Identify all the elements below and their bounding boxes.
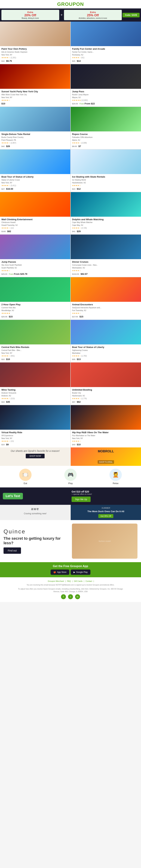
card-body: Ropes Course Palisades Cliffs Adventure … [71, 131, 141, 149]
mobroll-btn[interactable]: SHOP FLORAL [98, 460, 114, 464]
card-subtitle: Climbzone Howell [1, 221, 69, 223]
oprah-shop-btn[interactable]: SHOP NOW [26, 454, 44, 458]
price-row: $25.95 $15 [1, 315, 69, 318]
deal-card-18[interactable]: Virtual Reality Ride VR Experience New Y… [0, 405, 70, 447]
deal-card-15[interactable]: Boat Tour of Statue of Liberty Sightseei… [71, 320, 141, 362]
category-play[interactable]: 🎮 Play [64, 469, 77, 485]
rating-row: ★★★★☆ [72, 184, 140, 187]
footer-link-contact[interactable]: Contact [86, 580, 92, 582]
deal-card-17[interactable]: Unlimited Bowling Bowler City Hackensack… [71, 363, 141, 405]
category-relax[interactable]: 💆 Relax [110, 469, 122, 485]
quince-find-out-btn[interactable]: Find out [3, 548, 21, 554]
deal-card-8[interactable]: Wall Climbing Entertainment Climbzone Ho… [0, 192, 70, 235]
rating-row: ★★★★☆ (1,776) [72, 397, 140, 400]
rating-row: ★★★★☆ (2,807) [1, 142, 69, 144]
rating-row: ★★★★☆ [72, 270, 140, 272]
deal-card-1[interactable]: Family Fun Center and Arcade Family Fun … [71, 22, 141, 64]
banner-item-1[interactable]: Extra 20% Off Beauty, dining & more [1, 10, 59, 20]
price-row: $10 [1, 102, 69, 105]
star-rating: ★★★★☆ [72, 57, 81, 59]
review-count: (691) [10, 355, 15, 357]
price-original: $17.99 [72, 316, 78, 318]
awe-ad[interactable]: awe Craving something new! [0, 505, 70, 520]
mobroll-ad[interactable]: MOBROLL SHOP FLORAL [71, 447, 141, 466]
price-row: $68 $45 [1, 400, 69, 403]
deal-card-12[interactable]: 2 Hour Open Play Cummer Kids dba Woodbri… [0, 277, 70, 319]
twitter-icon[interactable]: t [68, 594, 73, 599]
quince-ad[interactable]: Quince The secret to getting luxury for … [0, 520, 141, 562]
deal-card-3[interactable]: Jump Pass Rockin' Jump Wayne Wayne, NJ ★… [71, 64, 141, 106]
card-title: 2 Hour Open Play [1, 303, 69, 306]
price-original: $25 [72, 60, 75, 62]
deal-card-0[interactable]: Paint Your Own Pottery Arts & Ceramics S… [0, 22, 70, 64]
price-original: $24 [72, 188, 75, 190]
price-sale: $12 [77, 188, 81, 190]
card-image [71, 235, 141, 259]
appstore-button[interactable]: 🍎 App Store [51, 569, 69, 575]
card-image [71, 405, 141, 430]
awe-text: Craving something new! [2, 513, 68, 515]
banner-item-2[interactable]: Extra 25% Off Activities, attractions, e… [64, 10, 122, 20]
deal-card-5[interactable]: Ropes Course Palisades Cliffs Adventure … [71, 107, 141, 149]
momduck-ad[interactable]: SUMMER The Mom Duck Ones Can Do It All G… [71, 505, 141, 520]
header: GROUPON [0, 0, 141, 8]
card-subtitle: SeaQuest Interactive Aquarium and... [72, 307, 140, 309]
card-location: Manhattan [72, 352, 140, 354]
card-image [0, 107, 70, 131]
facebook-icon[interactable]: f [61, 594, 66, 599]
googleplay-button[interactable]: ▶ Google Play [71, 569, 90, 575]
category-eat[interactable]: 🍽️ Eat [19, 469, 31, 485]
footer-link-gift-cards[interactable]: Gift Cards [74, 580, 83, 582]
card-title: Dolphin and Whale Watching [72, 218, 140, 221]
deal-card-2[interactable]: Sunset Yacht Party New York City After-W… [0, 64, 70, 106]
momduck-btn[interactable]: Get 35% Off [98, 514, 113, 518]
apple-icon: 🍎 [53, 571, 56, 574]
footer-link-groupon-merchant[interactable]: Groupon Merchant [48, 580, 64, 582]
footer-link-faq[interactable]: FAQ [67, 580, 71, 582]
star-rating: ★★★★☆ [72, 355, 81, 357]
deal-card-4[interactable]: Single-Deluxe Tube Rental Bucks County R… [0, 107, 70, 149]
category-label: Play [64, 482, 77, 485]
price-original: $41 [72, 230, 75, 232]
rating-row: ★★★★☆ (691) [1, 355, 69, 357]
card-image [71, 150, 141, 174]
card-title: Jump Passes [1, 260, 69, 264]
deal-card-19[interactable]: Hip Hop R&B Vibes On The Water Flux Manh… [71, 405, 141, 447]
card-title: Wine Tasting [1, 389, 69, 392]
card-title: Paint Your Own Pottery [1, 48, 69, 51]
card-location: Wayne, NJ [72, 96, 140, 99]
star-rating: ★★★★☆ [72, 312, 81, 314]
rating-row: ★★★★☆ [1, 99, 69, 101]
deal-card-6[interactable]: Boat Tour of Statue of Liberty Statue of… [0, 150, 70, 192]
review-count: (2,201) [10, 57, 16, 59]
card-body: Animal Encounters SeaQuest Interactive A… [71, 302, 141, 319]
oprah-text: Our sheets are Oprah's favorite for a re… [2, 450, 68, 452]
deal-card-13[interactable]: Animal Encounters SeaQuest Interactive A… [71, 277, 141, 319]
promo-code[interactable]: Code: SAVE [122, 13, 140, 18]
deal-card-11[interactable]: Dinner Cruises Cornucopia Cruise Lines -… [71, 235, 141, 277]
price-original: $19 [1, 443, 5, 446]
deal-card-14[interactable]: Central Park Bike Rentals Central Park B… [0, 320, 70, 362]
price-row: $87 $62 [72, 400, 140, 403]
price-row: $100 $82 [1, 230, 69, 233]
price-row: $24 $12 [72, 187, 140, 190]
card-location: New York, NY [1, 96, 69, 99]
instagram-icon[interactable]: in [75, 594, 80, 599]
card-title: Virtual Reality Ride [1, 431, 69, 434]
card-subtitle: Cummer Kids dba [1, 307, 69, 309]
card-subtitle: VR Experience [1, 434, 69, 437]
deal-card-16[interactable]: Wine Tasting Andover Vineyards Andover, … [0, 363, 70, 405]
sign-up-button[interactable]: Sign Me Up [72, 497, 91, 502]
promo-banner: Extra 20% Off Beauty, dining & more + Ex… [0, 8, 141, 22]
price-sale: $15 [79, 315, 84, 318]
deal-card-9[interactable]: Dolphin and Whale Watching Cape May Whal… [71, 192, 141, 235]
price-original: $87 [72, 401, 75, 403]
card-image [0, 277, 70, 302]
deal-card-10[interactable]: Jump Passes Sky Zone South Plainfield So… [0, 235, 70, 277]
quince-tagline: The secret to getting luxury for less? [3, 536, 69, 545]
card-location: Woodbridge, NJ [1, 309, 69, 312]
oprah-ad[interactable]: Our sheets are Oprah's favorite for a re… [0, 447, 70, 466]
price-original: $42 [1, 145, 5, 147]
card-subtitle: Family Fun Center, Game... [72, 51, 140, 53]
deal-card-7[interactable]: Ice-Skating with Skate Rentals Ice Skati… [71, 150, 141, 192]
